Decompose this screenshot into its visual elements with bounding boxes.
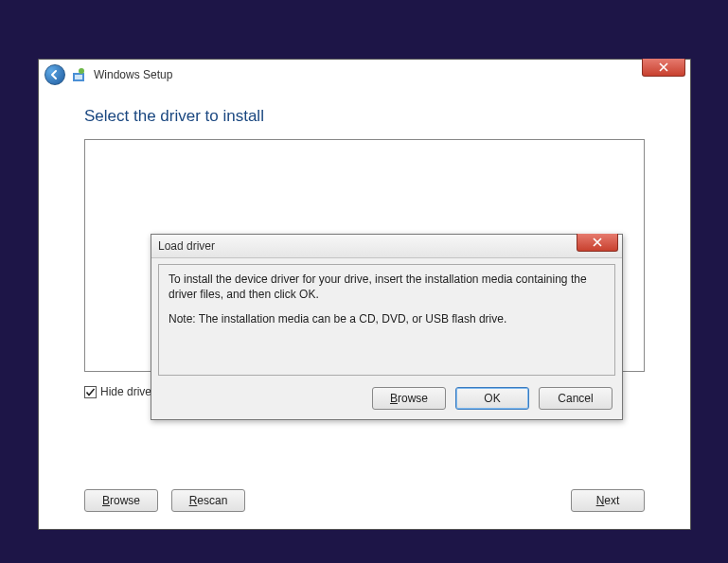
arrow-left-icon — [49, 69, 61, 80]
dialog-ok-button[interactable]: OK — [455, 387, 529, 410]
svg-point-2 — [79, 68, 84, 74]
dialog-buttons: Browse OK Cancel — [151, 381, 622, 419]
back-button[interactable] — [44, 64, 65, 85]
dialog-message-1: To install the device driver for your dr… — [169, 272, 605, 302]
dialog-titlebar: Load driver — [151, 235, 622, 258]
next-button[interactable]: Next — [571, 489, 645, 512]
close-icon — [593, 238, 602, 247]
dialog-title: Load driver — [158, 239, 215, 253]
load-driver-dialog: Load driver To install the device driver… — [151, 234, 623, 420]
hide-incompatible-checkbox[interactable] — [84, 386, 97, 398]
window-close-button[interactable] — [642, 59, 685, 77]
browse-button[interactable]: Browse — [84, 489, 158, 512]
dialog-body: To install the device driver for your dr… — [158, 264, 615, 376]
footer-buttons: Browse Rescan Next — [84, 489, 645, 512]
window-title: Windows Setup — [94, 68, 172, 81]
dialog-message-2: Note: The installation media can be a CD… — [169, 311, 605, 326]
dialog-close-button[interactable] — [577, 234, 618, 252]
dialog-cancel-button[interactable]: Cancel — [539, 387, 613, 410]
close-icon — [659, 62, 668, 72]
checkmark-icon — [85, 387, 96, 397]
page-heading: Select the driver to install — [84, 107, 645, 126]
dialog-browse-button[interactable]: Browse — [372, 387, 446, 410]
app-icon — [71, 66, 88, 83]
titlebar: Windows Setup — [39, 60, 690, 90]
rescan-button[interactable]: Rescan — [171, 489, 245, 512]
svg-rect-1 — [75, 75, 82, 79]
